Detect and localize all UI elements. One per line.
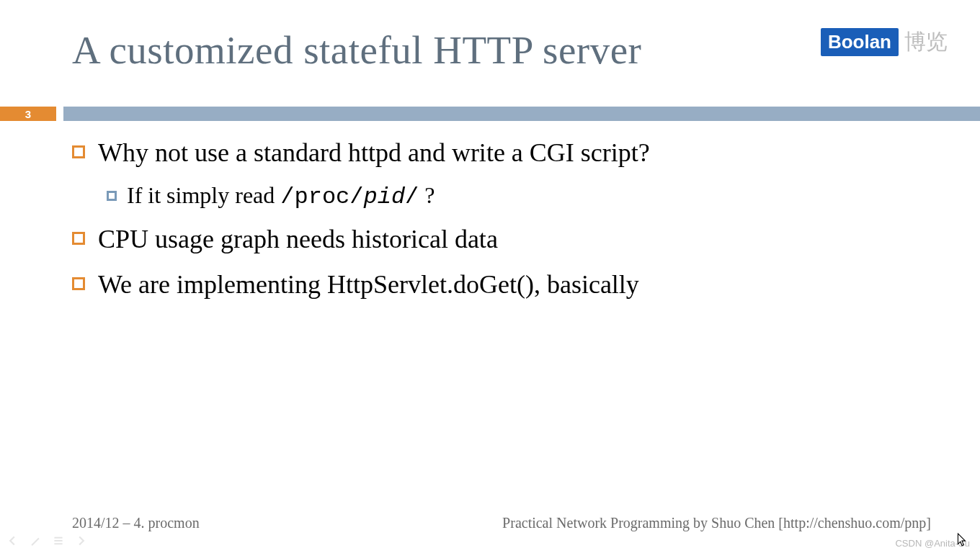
page-number-badge: 3 xyxy=(0,107,56,121)
sub-text-mono: /proc/ xyxy=(280,184,363,210)
divider-bar xyxy=(63,107,980,121)
divider-row: 3 xyxy=(0,107,980,121)
sub-text-mono-italic: pid xyxy=(364,184,406,210)
bullet-text: CPU usage graph needs historical data xyxy=(98,223,498,256)
logo-boolan: Boolan xyxy=(821,28,899,56)
slide-nav-controls xyxy=(6,534,88,547)
divider-gap xyxy=(56,107,63,121)
footer-right: Practical Network Programming by Shuo Ch… xyxy=(502,515,931,531)
next-slide-icon[interactable] xyxy=(75,534,88,547)
bullet-item: We are implementing HttpServlet.doGet(),… xyxy=(72,269,937,301)
sub-bullet-marker-icon xyxy=(107,191,117,201)
header: A customized stateful HTTP server Boolan… xyxy=(0,0,980,73)
sub-bullet-text: If it simply read /proc/pid/ ? xyxy=(127,182,435,210)
pen-icon[interactable] xyxy=(29,534,42,547)
logo-cn: 博览 xyxy=(904,27,948,57)
bullet-item: Why not use a standard httpd and write a… xyxy=(72,137,937,169)
bullet-text: Why not use a standard httpd and write a… xyxy=(98,137,650,169)
watermark: CSDN @Anita-Su xyxy=(895,538,970,549)
prev-slide-icon[interactable] xyxy=(6,534,19,547)
logo-area: Boolan 博览 xyxy=(821,27,948,57)
sub-text-prefix: If it simply read xyxy=(127,182,280,208)
bullet-marker-icon xyxy=(72,232,85,245)
bullet-text: We are implementing HttpServlet.doGet(),… xyxy=(98,269,639,301)
menu-icon[interactable] xyxy=(52,534,65,547)
bullet-marker-icon xyxy=(72,277,85,290)
bullet-marker-icon xyxy=(72,145,85,158)
bullet-item: CPU usage graph needs historical data xyxy=(72,223,937,256)
content-area: Why not use a standard httpd and write a… xyxy=(72,137,937,314)
sub-text-mono2: / xyxy=(405,184,419,210)
sub-bullet-item: If it simply read /proc/pid/ ? xyxy=(107,182,937,210)
footer-left: 2014/12 – 4. procmon xyxy=(72,515,200,531)
sub-text-suffix: ? xyxy=(419,182,435,208)
